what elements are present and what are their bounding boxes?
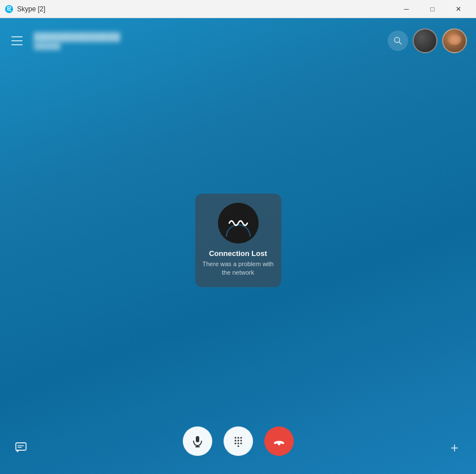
dialpad-button[interactable] — [224, 426, 253, 456]
svg-point-9 — [234, 437, 236, 439]
connection-lost-title: Connection Lost — [209, 249, 267, 258]
call-status: ██████ — [34, 42, 388, 49]
header-right — [388, 28, 467, 53]
call-name-area: ██████████████ ██████ — [34, 32, 388, 49]
mute-button[interactable] — [183, 426, 212, 456]
svg-point-16 — [237, 443, 239, 445]
add-icon: + — [451, 440, 458, 456]
window-controls: ─ □ ✕ — [393, 0, 471, 18]
svg-point-0 — [5, 5, 13, 13]
end-call-button[interactable] — [264, 426, 294, 456]
svg-point-12 — [234, 440, 236, 442]
svg-line-2 — [399, 42, 401, 44]
contact-name: ██████████████ — [34, 32, 388, 41]
svg-point-11 — [240, 437, 242, 439]
title-bar: Skype [2] ─ □ ✕ — [0, 0, 476, 18]
chat-button[interactable] — [11, 438, 32, 458]
add-button-wrapper: + — [444, 438, 465, 458]
search-button[interactable] — [388, 31, 408, 51]
connection-lost-card: Connection Lost There was a problem with… — [195, 194, 281, 288]
svg-point-15 — [234, 443, 236, 445]
add-button[interactable]: + — [444, 438, 465, 458]
chat-button-wrapper — [11, 438, 32, 458]
call-header: ██████████████ ██████ — [0, 18, 476, 63]
avatar-dark — [413, 28, 438, 53]
svg-point-10 — [237, 437, 239, 439]
close-button[interactable]: ✕ — [445, 0, 471, 18]
app-icon — [5, 5, 14, 14]
hamburger-menu-button[interactable] — [9, 32, 27, 50]
minimize-button[interactable]: ─ — [393, 0, 419, 18]
avatar-photo — [442, 28, 467, 53]
call-footer: + — [0, 417, 476, 474]
call-body: Connection Lost There was a problem with… — [0, 63, 476, 417]
svg-rect-6 — [196, 436, 199, 442]
avatar-dark-circle — [218, 203, 259, 244]
maximize-button[interactable]: □ — [419, 0, 445, 18]
footer-controls — [183, 426, 294, 456]
svg-point-14 — [240, 440, 242, 442]
svg-point-18 — [237, 446, 239, 447]
call-area: ██████████████ ██████ Connection — [0, 18, 476, 474]
window-title: Skype [2] — [17, 5, 393, 13]
svg-point-17 — [240, 443, 242, 445]
svg-rect-3 — [16, 443, 26, 450]
svg-point-13 — [237, 440, 239, 442]
connection-lost-desc: There was a problem with the network — [202, 260, 275, 277]
